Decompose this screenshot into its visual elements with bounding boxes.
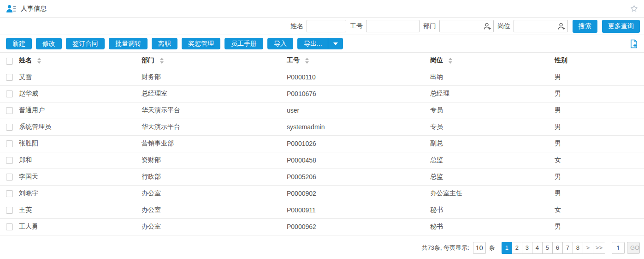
column-header-department: 部门 xyxy=(142,56,154,65)
cell-name: 郑和 xyxy=(16,152,138,169)
row-checkbox[interactable] xyxy=(6,107,13,114)
cell-position: 出纳 xyxy=(427,69,551,85)
cell-department: 华天演示平台 xyxy=(138,119,284,135)
page-button-1[interactable]: 1 xyxy=(502,242,512,254)
column-settings-icon[interactable] xyxy=(630,39,638,48)
cell-name: 艾雪 xyxy=(16,69,138,85)
cell-gender: 男 xyxy=(551,69,644,85)
position-field-label: 岗位 xyxy=(497,22,510,30)
table-row[interactable]: 赵华威 总经理室 P0010676 总经理 男 xyxy=(0,85,644,102)
more-query-button[interactable]: 更多查询 xyxy=(602,20,640,33)
cell-gender: 男 xyxy=(551,85,644,102)
person-add-icon[interactable] xyxy=(484,23,491,30)
row-checkbox[interactable] xyxy=(6,174,13,181)
department-field-group: 部门 xyxy=(423,20,494,32)
cell-gender: 男 xyxy=(551,102,644,119)
cell-gender: 男 xyxy=(551,185,644,202)
page-button-7[interactable]: 7 xyxy=(562,242,573,254)
last-page-button[interactable]: >> xyxy=(593,242,605,254)
favorite-star-icon[interactable] xyxy=(630,5,638,12)
cell-employee-id: P0000911 xyxy=(284,202,427,218)
cell-name: 张胜阳 xyxy=(16,135,138,152)
row-checkbox[interactable] xyxy=(6,90,13,97)
table-row[interactable]: 系统管理员 华天演示平台 systemadmin 专员 男 xyxy=(0,119,644,135)
employee-id-field-group: 工号 xyxy=(350,20,419,32)
cell-department: 资财部 xyxy=(138,152,284,169)
row-checkbox[interactable] xyxy=(6,223,13,230)
page-button-4[interactable]: 4 xyxy=(532,242,543,254)
table-row[interactable]: 王大勇 办公室 P0000962 秘书 男 xyxy=(0,218,644,235)
employee-id-input[interactable] xyxy=(366,20,419,32)
cell-department: 办公室 xyxy=(138,202,284,218)
cell-gender: 男 xyxy=(551,135,644,152)
search-button[interactable]: 搜索 xyxy=(573,20,597,33)
cell-employee-id: systemadmin xyxy=(284,119,427,135)
person-add-icon[interactable] xyxy=(558,23,566,30)
toolbar: 新建 修改 签订合同 批量调转 离职 奖惩管理 员工手册 导入 导出... xyxy=(0,35,644,53)
cell-name: 王大勇 xyxy=(16,218,138,235)
page-button-8[interactable]: 8 xyxy=(573,242,583,254)
cell-gender: 男 xyxy=(551,169,644,185)
row-checkbox[interactable] xyxy=(6,74,13,81)
cell-position: 办公室主任 xyxy=(427,185,551,202)
row-checkbox[interactable] xyxy=(6,190,13,197)
table-row[interactable]: 郑和 资财部 P0000458 总监 女 xyxy=(0,152,644,169)
page-button-5[interactable]: 5 xyxy=(542,242,553,254)
table-row[interactable]: 艾雪 财务部 P0000110 出纳 男 xyxy=(0,69,644,85)
cell-employee-id: P0010676 xyxy=(284,85,427,102)
page-size-input[interactable] xyxy=(473,242,486,254)
row-checkbox[interactable] xyxy=(6,124,13,131)
row-checkbox[interactable] xyxy=(6,157,13,164)
export-dropdown-button[interactable]: 导出... xyxy=(297,38,343,49)
sort-icon[interactable] xyxy=(160,58,164,64)
position-field-group: 岗位 xyxy=(497,20,568,32)
column-header-employee-id: 工号 xyxy=(287,56,300,65)
select-all-checkbox[interactable] xyxy=(6,58,13,65)
goto-page-input[interactable] xyxy=(612,242,625,254)
cell-employee-id: P0000902 xyxy=(284,185,427,202)
app-header: 人事信息 xyxy=(0,0,644,18)
table-row[interactable]: 王英 办公室 P0000911 秘书 女 xyxy=(0,202,644,218)
cell-gender: 女 xyxy=(551,202,644,218)
sign-contract-button[interactable]: 签订合同 xyxy=(66,38,105,49)
pagination-bar: 共73条, 每页显示: 条 1 2 3 4 5 6 7 8 > >> GO xyxy=(0,235,644,259)
sort-icon[interactable] xyxy=(305,58,309,64)
export-caret[interactable] xyxy=(328,38,343,49)
table-header-row: 姓名 部门 工号 岗位 性别 xyxy=(0,53,644,69)
batch-transfer-button[interactable]: 批量调转 xyxy=(109,38,148,49)
employee-handbook-button[interactable]: 员工手册 xyxy=(225,38,263,49)
cell-position: 秘书 xyxy=(427,218,551,235)
reward-punishment-button[interactable]: 奖惩管理 xyxy=(182,38,220,49)
cell-position: 总经理 xyxy=(427,85,551,102)
go-button[interactable]: GO xyxy=(627,242,640,254)
record-count-summary: 共73条, 每页显示: xyxy=(422,244,469,252)
table-row[interactable]: 张胜阳 营销事业部 P0001026 副总 男 xyxy=(0,135,644,152)
next-page-button[interactable]: > xyxy=(583,242,593,254)
resign-button[interactable]: 离职 xyxy=(152,38,177,49)
page-button-3[interactable]: 3 xyxy=(522,242,532,254)
cell-department: 华天演示平台 xyxy=(138,102,284,119)
row-checkbox[interactable] xyxy=(6,207,13,214)
cell-department: 办公室 xyxy=(138,218,284,235)
column-header-position: 岗位 xyxy=(430,56,443,65)
page-button-6[interactable]: 6 xyxy=(552,242,563,254)
import-button[interactable]: 导入 xyxy=(267,38,293,49)
new-button[interactable]: 新建 xyxy=(6,38,32,49)
row-checkbox[interactable] xyxy=(6,140,13,147)
cell-name: 王英 xyxy=(16,202,138,218)
edit-button[interactable]: 修改 xyxy=(36,38,62,49)
personnel-icon xyxy=(6,5,17,13)
export-button-label: 导出... xyxy=(304,40,322,48)
cell-position: 专员 xyxy=(427,102,551,119)
sort-icon[interactable] xyxy=(449,58,452,64)
table-row[interactable]: 普通用户 华天演示平台 user 专员 男 xyxy=(0,102,644,119)
sort-icon[interactable] xyxy=(37,58,41,64)
cell-position: 总监 xyxy=(427,169,551,185)
search-bar: 姓名 工号 部门 岗位 xyxy=(0,18,644,35)
page-button-2[interactable]: 2 xyxy=(512,242,522,254)
name-input[interactable] xyxy=(307,20,346,32)
name-field-label: 姓名 xyxy=(290,22,303,30)
table-row[interactable]: 李国天 行政部 P0005206 总监 男 xyxy=(0,169,644,185)
table-row[interactable]: 刘晓宇 办公室 P0000902 办公室主任 男 xyxy=(0,185,644,202)
cell-employee-id: P0005206 xyxy=(284,169,427,185)
